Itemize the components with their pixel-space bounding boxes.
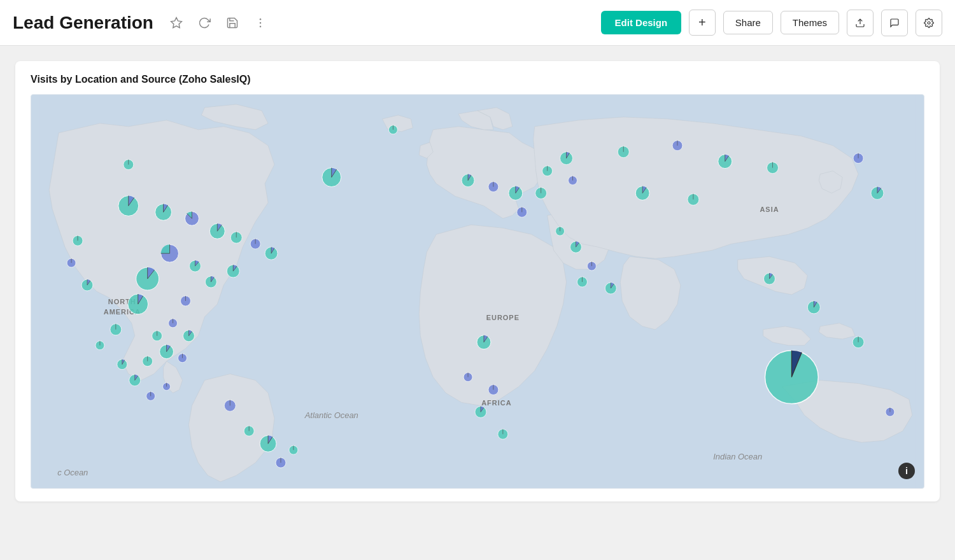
add-button[interactable]: + bbox=[689, 10, 716, 36]
settings-icon bbox=[924, 17, 934, 29]
info-badge[interactable]: i bbox=[898, 463, 915, 479]
themes-button[interactable]: Themes bbox=[781, 11, 839, 34]
more-icon bbox=[254, 17, 267, 29]
save-icon bbox=[226, 17, 239, 29]
edit-design-button[interactable]: Edit Design bbox=[601, 11, 682, 34]
comment-icon bbox=[889, 17, 900, 29]
page-title: Lead Generation bbox=[13, 13, 153, 33]
widget-card: Visits by Location and Source (Zoho Sale… bbox=[15, 61, 940, 501]
export-button[interactable] bbox=[847, 10, 874, 36]
svg-point-5 bbox=[928, 22, 930, 24]
save-button[interactable] bbox=[222, 14, 243, 32]
indian-ocean-label: Indian Ocean bbox=[713, 452, 762, 461]
widget-title: Visits by Location and Source (Zoho Sale… bbox=[31, 74, 924, 85]
header: Lead Generation Edit Design + Share Them… bbox=[0, 0, 955, 46]
atlantic-ocean-label: Atlantic Ocean bbox=[304, 410, 358, 420]
africa-label: AFRICA bbox=[481, 399, 511, 407]
star-icon bbox=[170, 17, 183, 29]
asia-label: ASIA bbox=[760, 206, 779, 213]
share-button[interactable]: Share bbox=[723, 11, 773, 34]
europe-label: EUROPE bbox=[486, 314, 520, 321]
export-icon bbox=[855, 17, 865, 29]
svg-marker-0 bbox=[171, 17, 182, 27]
map-container: Atlantic Ocean Indian Ocean c Ocean NORT… bbox=[31, 94, 924, 489]
favorite-button[interactable] bbox=[166, 14, 187, 32]
more-button[interactable] bbox=[250, 14, 271, 32]
main-content: Visits by Location and Source (Zoho Sale… bbox=[0, 46, 955, 517]
refresh-button[interactable] bbox=[194, 14, 215, 32]
settings-button[interactable] bbox=[916, 10, 942, 36]
svg-point-2 bbox=[260, 22, 262, 24]
world-map-svg: Atlantic Ocean Indian Ocean c Ocean NORT… bbox=[31, 95, 924, 488]
svg-point-1 bbox=[260, 18, 262, 20]
refresh-icon bbox=[198, 17, 211, 29]
arctic-ocean-label: c Ocean bbox=[57, 468, 88, 477]
svg-point-3 bbox=[260, 25, 262, 27]
comment-button[interactable] bbox=[881, 10, 908, 36]
